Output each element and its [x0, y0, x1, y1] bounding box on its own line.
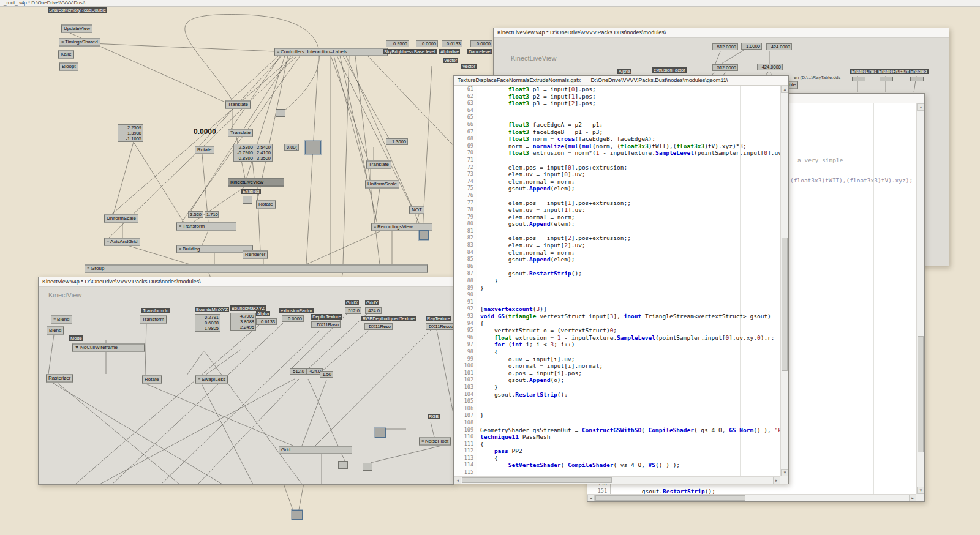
label-skybrightness[interactable]: SkyBrightness [383, 49, 415, 54]
code-line[interactable]: 106 [454, 405, 780, 413]
hub-transform[interactable]: ≡Transform [176, 222, 236, 231]
selbox-box[interactable] [305, 141, 321, 154]
scroll-up-button[interactable] [917, 103, 924, 111]
horizontal-scrollbar[interactable] [454, 476, 780, 484]
value-0-6133[interactable]: 0.6133 [442, 40, 462, 47]
code-line[interactable]: 111{ [454, 441, 780, 448]
code-line[interactable]: 77 elem.pos = input[1].pos+extrusion;; [454, 200, 780, 207]
box-box[interactable] [338, 461, 348, 469]
node-translate[interactable]: Translate [225, 100, 251, 109]
value-512-0000[interactable]: 512.0000 [712, 43, 738, 50]
value-424-0000[interactable]: 424.0000 [766, 43, 792, 50]
code-line[interactable]: 67 float3 faceEdgeB = p1 - p3; [454, 129, 780, 136]
value-0-2791-0-6088-1-9805[interactable]: -0.2791 0.6088 -1.9805 [195, 314, 221, 332]
code-line[interactable]: 78 elem.uv = input[1].uv; [454, 206, 780, 214]
code-line[interactable]: 86 [454, 263, 780, 271]
label-boundsmaxxyz[interactable]: BoundsMaxXYZ [230, 305, 266, 311]
hub-building[interactable]: ≡Building [176, 245, 253, 253]
node-updateview[interactable]: UpdateView [61, 24, 92, 33]
code-line[interactable]: 74 elem.normal = norm; [454, 178, 780, 185]
value-0-0000[interactable]: 0.0000 [416, 40, 438, 47]
value-512-0000[interactable]: 512.0000 [712, 64, 738, 71]
kinectview-titlebar[interactable]: KinectView.v4p * D:\OneDrive\VVVV.Packs.… [39, 277, 454, 287]
label-mode[interactable]: Mode [69, 335, 83, 341]
label-gridx[interactable]: GridX [345, 300, 359, 305]
scroll-down-button[interactable] [781, 469, 788, 476]
node-rotate[interactable]: Rotate [195, 146, 214, 154]
node-not[interactable]: NOT [409, 206, 424, 214]
label-transform-in[interactable]: Transform In [141, 308, 170, 313]
label-enabled[interactable]: Enabled [241, 189, 261, 194]
scroll-right-button[interactable] [909, 495, 916, 501]
code-line[interactable]: 99 o.uv = input[i].uv; [454, 356, 780, 363]
value-dx11resou[interactable]: DX11Resou [426, 323, 454, 330]
value-0-0000[interactable]: 0.0000 [282, 315, 304, 322]
code-line[interactable]: 108 [454, 419, 780, 427]
box-box[interactable] [880, 77, 893, 81]
value-2-2509-1-3988-1-1005[interactable]: 2.2509 1.3988 -1.1005 [118, 124, 143, 142]
label-gridy[interactable]: GridY [365, 300, 379, 305]
label-extrusionfactor[interactable]: extrusionFactor [652, 67, 687, 73]
label-alpha[interactable]: Alpha [617, 69, 631, 74]
label-sharedmemoryreaddouble[interactable]: SharedMemoryReadDouble [48, 7, 107, 13]
scroll-left-button[interactable] [454, 477, 461, 484]
box-box[interactable] [363, 463, 372, 471]
code-line[interactable]: 97 for (int i; i < 3; i++) [454, 341, 780, 348]
code-line[interactable]: 114 SetVertexShader( CompileShader( vs_4… [454, 462, 780, 469]
hub-timingsshared[interactable]: ≡TimingsShared [59, 38, 100, 47]
root-window-titlebar[interactable]: _root_.v4p * D:\OneDrive\VVVV.Dust\ [0, 0, 980, 7]
node-uniformscale[interactable]: UniformScale [104, 214, 138, 223]
vertical-scrollbar[interactable] [780, 86, 788, 476]
code-line[interactable]: 90 [454, 291, 780, 299]
code-line[interactable]: 107} [454, 412, 780, 419]
hub-blend[interactable]: ≡Blend [51, 315, 72, 324]
box-box[interactable] [243, 196, 252, 204]
code-line[interactable]: 64 [454, 107, 780, 114]
shader-editor-body[interactable]: 61 float3 p1 = input[0].pos;62 float3 p2… [454, 86, 788, 484]
value-0-0000[interactable]: 0.0000 [470, 40, 492, 47]
label-enabled[interactable]: Enabled [909, 69, 929, 74]
value-1-50[interactable]: 1.50 [320, 371, 333, 378]
label-depth-texture[interactable]: Depth Texture [311, 314, 342, 320]
vertical-scroll-thumb[interactable] [918, 336, 924, 452]
code-line[interactable]: 112 pass PP2 [454, 447, 780, 455]
code-line[interactable]: 94{ [454, 320, 780, 327]
value-424-0[interactable]: 424.0 [365, 307, 382, 314]
hub-swapiless[interactable]: ≡SwapILess [195, 375, 228, 384]
box-box[interactable] [910, 77, 924, 81]
v极ertical-scroll-thumb[interactable] [782, 238, 788, 371]
value-0-9500[interactable]: 0.9500 [386, 40, 409, 47]
code-line[interactable]: 70 float3 extrusion = norm*(1 - inputTex… [454, 149, 780, 157]
node-grid[interactable]: Grid [279, 446, 352, 454]
scroll-down-button[interactable] [917, 487, 924, 494]
code-line[interactable]: 101 o.pos = input[i].pos; [454, 370, 780, 377]
hub-noisefloat[interactable]: ≡NoiseFloat [419, 437, 451, 446]
code-line[interactable]: 80 gsout.Append(elem); [454, 220, 780, 228]
label-dancelevel[interactable]: Dancelevel [467, 49, 492, 54]
label-rgb[interactable]: RGB [428, 414, 440, 419]
value-0-6133[interactable]: 0.6133 [256, 318, 277, 325]
code-line[interactable]: 110technique11 PassMesh [454, 433, 780, 441]
code-line[interactable]: 92[maxvertexcount(3)] [454, 305, 780, 313]
label-extrusionfactor[interactable]: extrusionFactor [279, 308, 314, 313]
kinectview-canvas[interactable]: KinectView≡BlendBlendMode▼NoCullWirefram… [39, 287, 454, 484]
node-translate[interactable]: Translate [228, 129, 253, 137]
code-line[interactable]: 88 } [454, 277, 780, 285]
code-line[interactable]: 115 [454, 469, 780, 476]
code-line[interactable]: 79 elem.normal = norm; [454, 214, 780, 221]
code-line[interactable]: 75 gsout.Append(elem); [454, 185, 780, 192]
code-line[interactable]: 91 [454, 299, 780, 306]
value-1-0000[interactable]: 1.0000 [741, 43, 762, 50]
node-kalle[interactable]: Kalle [58, 50, 74, 59]
code-line[interactable]: 73 elem.uv = input[0].uv; [454, 171, 780, 178]
code-line[interactable]: 105 [454, 398, 780, 405]
code-line[interactable]: 72 elem.pos = input[0].pos+extrusion; [454, 164, 780, 171]
node-bloopt[interactable]: Bloopt [59, 62, 78, 71]
code-line[interactable]: 71 [454, 157, 780, 164]
kinectliveview-titlebar[interactable]: KinectLiveView.v4p * D:\OneDrive\VVVV.Pa… [494, 28, 949, 38]
code-line[interactable]: 109GeometryShader gsStreamOut = Construc… [454, 427, 780, 434]
code-line[interactable]: 103 } [454, 384, 780, 391]
code-line[interactable]: 93void GS(triangle vertextStruct input[3… [454, 313, 780, 320]
code-line[interactable]: 87 gsout.RestartStrip(); [454, 270, 780, 277]
label-raytexture[interactable]: RayTexture [426, 316, 451, 321]
